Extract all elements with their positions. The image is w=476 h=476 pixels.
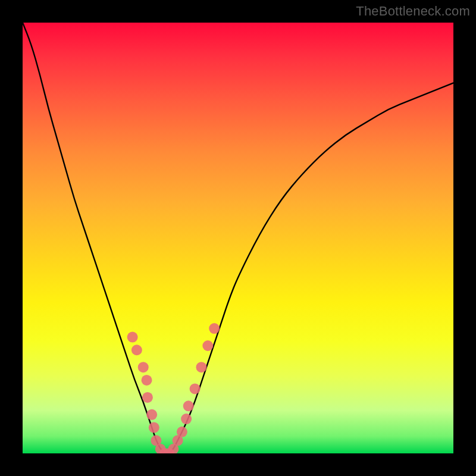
chart-frame: TheBottleneck.com bbox=[0, 0, 476, 476]
marker-dot bbox=[196, 362, 206, 372]
plot-area bbox=[23, 23, 453, 453]
plot-svg bbox=[23, 23, 453, 453]
marker-dot bbox=[131, 345, 142, 355]
watermark-text: TheBottleneck.com bbox=[356, 4, 470, 19]
marker-dot bbox=[138, 362, 149, 372]
marker-dot bbox=[127, 332, 138, 343]
marker-group bbox=[127, 323, 220, 453]
marker-dot bbox=[142, 375, 152, 386]
curve-line bbox=[23, 23, 453, 453]
marker-dot bbox=[146, 409, 157, 420]
marker-dot bbox=[149, 422, 159, 433]
marker-dot bbox=[202, 340, 213, 351]
marker-dot bbox=[190, 383, 201, 394]
marker-dot bbox=[183, 400, 194, 411]
marker-dot bbox=[181, 414, 192, 424]
marker-dot bbox=[142, 392, 153, 403]
marker-dot bbox=[177, 427, 187, 437]
marker-dot bbox=[209, 323, 220, 334]
